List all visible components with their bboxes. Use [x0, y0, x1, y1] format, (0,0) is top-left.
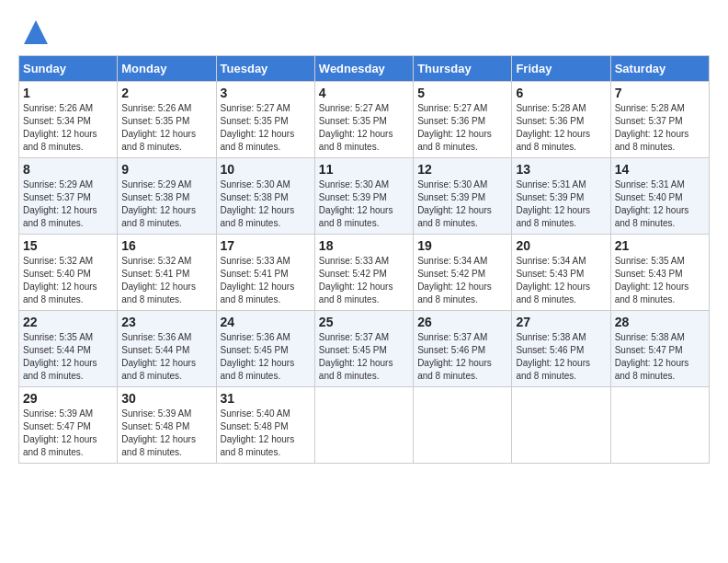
- calendar-day-cell: 11 Sunrise: 5:30 AMSunset: 5:39 PMDaylig…: [314, 158, 413, 235]
- calendar-day-cell: 23 Sunrise: 5:36 AMSunset: 5:44 PMDaylig…: [118, 311, 216, 387]
- day-info: Sunrise: 5:35 AMSunset: 5:44 PMDaylight:…: [23, 332, 97, 381]
- calendar-day-cell: 18 Sunrise: 5:33 AMSunset: 5:42 PMDaylig…: [314, 235, 413, 311]
- calendar-day-cell: 21 Sunrise: 5:35 AMSunset: 5:43 PMDaylig…: [610, 235, 709, 311]
- day-info: Sunrise: 5:30 AMSunset: 5:38 PMDaylight:…: [221, 179, 295, 228]
- calendar-day-cell: 19 Sunrise: 5:34 AMSunset: 5:42 PMDaylig…: [414, 235, 512, 311]
- calendar-day-cell: 17 Sunrise: 5:33 AMSunset: 5:41 PMDaylig…: [216, 235, 314, 311]
- day-number: 25: [319, 315, 409, 329]
- calendar-week-row: 15 Sunrise: 5:32 AMSunset: 5:40 PMDaylig…: [19, 235, 710, 311]
- day-info: Sunrise: 5:30 AMSunset: 5:39 PMDaylight:…: [417, 179, 492, 228]
- day-info: Sunrise: 5:35 AMSunset: 5:43 PMDaylight:…: [615, 256, 689, 304]
- calendar-day-cell: 14 Sunrise: 5:31 AMSunset: 5:40 PMDaylig…: [610, 158, 709, 235]
- day-of-week-header: Saturday: [610, 56, 709, 82]
- calendar-day-cell: 6 Sunrise: 5:28 AMSunset: 5:36 PMDayligh…: [512, 82, 610, 158]
- day-info: Sunrise: 5:37 AMSunset: 5:46 PMDaylight:…: [417, 332, 492, 381]
- calendar-day-cell: 3 Sunrise: 5:27 AMSunset: 5:35 PMDayligh…: [216, 82, 314, 158]
- day-info: Sunrise: 5:27 AMSunset: 5:36 PMDaylight:…: [417, 103, 492, 152]
- calendar-day-cell: [414, 387, 512, 464]
- calendar-day-cell: 15 Sunrise: 5:32 AMSunset: 5:40 PMDaylig…: [19, 235, 118, 311]
- day-info: Sunrise: 5:36 AMSunset: 5:44 PMDaylight:…: [121, 332, 196, 381]
- day-number: 27: [516, 315, 606, 329]
- day-info: Sunrise: 5:34 AMSunset: 5:43 PMDaylight:…: [516, 256, 590, 304]
- day-info: Sunrise: 5:28 AMSunset: 5:37 PMDaylight:…: [615, 103, 689, 152]
- day-number: 20: [516, 238, 606, 253]
- day-number: 2: [121, 86, 211, 100]
- logo-icon: [22, 18, 50, 46]
- day-info: Sunrise: 5:26 AMSunset: 5:34 PMDaylight:…: [23, 103, 97, 152]
- day-number: 5: [417, 86, 507, 100]
- day-number: 1: [23, 86, 113, 100]
- calendar-day-cell: [610, 387, 709, 464]
- day-number: 11: [319, 162, 409, 177]
- calendar-day-cell: 8 Sunrise: 5:29 AMSunset: 5:37 PMDayligh…: [19, 158, 118, 235]
- day-info: Sunrise: 5:31 AMSunset: 5:40 PMDaylight:…: [615, 179, 689, 228]
- day-info: Sunrise: 5:38 AMSunset: 5:47 PMDaylight:…: [615, 332, 689, 381]
- calendar-day-cell: 25 Sunrise: 5:37 AMSunset: 5:45 PMDaylig…: [314, 311, 413, 387]
- day-info: Sunrise: 5:34 AMSunset: 5:42 PMDaylight:…: [417, 256, 492, 304]
- calendar-day-cell: 30 Sunrise: 5:39 AMSunset: 5:48 PMDaylig…: [118, 387, 216, 464]
- day-number: 29: [23, 391, 113, 406]
- day-info: Sunrise: 5:28 AMSunset: 5:36 PMDaylight:…: [516, 103, 590, 152]
- calendar-day-cell: 13 Sunrise: 5:31 AMSunset: 5:39 PMDaylig…: [512, 158, 610, 235]
- day-number: 21: [615, 238, 705, 253]
- day-info: Sunrise: 5:30 AMSunset: 5:39 PMDaylight:…: [319, 179, 393, 228]
- calendar-day-cell: 26 Sunrise: 5:37 AMSunset: 5:46 PMDaylig…: [414, 311, 512, 387]
- day-number: 6: [516, 86, 606, 100]
- calendar-day-cell: 24 Sunrise: 5:36 AMSunset: 5:45 PMDaylig…: [216, 311, 314, 387]
- day-number: 16: [121, 238, 211, 253]
- calendar-day-cell: 27 Sunrise: 5:38 AMSunset: 5:46 PMDaylig…: [512, 311, 610, 387]
- day-number: 4: [319, 86, 409, 100]
- calendar-day-cell: [314, 387, 413, 464]
- day-number: 14: [615, 162, 705, 177]
- calendar-day-cell: 28 Sunrise: 5:38 AMSunset: 5:47 PMDaylig…: [610, 311, 709, 387]
- calendar-week-row: 22 Sunrise: 5:35 AMSunset: 5:44 PMDaylig…: [19, 311, 710, 387]
- calendar-day-cell: [512, 387, 610, 464]
- day-info: Sunrise: 5:40 AMSunset: 5:48 PMDaylight:…: [221, 408, 295, 457]
- day-info: Sunrise: 5:29 AMSunset: 5:37 PMDaylight:…: [23, 179, 97, 228]
- calendar-day-cell: 4 Sunrise: 5:27 AMSunset: 5:35 PMDayligh…: [314, 82, 413, 158]
- day-info: Sunrise: 5:27 AMSunset: 5:35 PMDaylight:…: [319, 103, 393, 152]
- day-of-week-header: Thursday: [414, 56, 512, 82]
- day-number: 23: [121, 315, 211, 329]
- calendar-day-cell: 22 Sunrise: 5:35 AMSunset: 5:44 PMDaylig…: [19, 311, 118, 387]
- day-number: 17: [221, 238, 311, 253]
- day-info: Sunrise: 5:39 AMSunset: 5:47 PMDaylight:…: [23, 408, 97, 457]
- day-number: 31: [221, 391, 311, 406]
- day-number: 9: [121, 162, 211, 177]
- calendar-day-cell: 2 Sunrise: 5:26 AMSunset: 5:35 PMDayligh…: [118, 82, 216, 158]
- day-number: 10: [221, 162, 311, 177]
- day-info: Sunrise: 5:31 AMSunset: 5:39 PMDaylight:…: [516, 179, 590, 228]
- calendar-day-cell: 10 Sunrise: 5:30 AMSunset: 5:38 PMDaylig…: [216, 158, 314, 235]
- day-info: Sunrise: 5:33 AMSunset: 5:41 PMDaylight:…: [221, 256, 295, 304]
- calendar-day-cell: 31 Sunrise: 5:40 AMSunset: 5:48 PMDaylig…: [216, 387, 314, 464]
- calendar-week-row: 8 Sunrise: 5:29 AMSunset: 5:37 PMDayligh…: [19, 158, 710, 235]
- calendar-day-cell: 1 Sunrise: 5:26 AMSunset: 5:34 PMDayligh…: [19, 82, 118, 158]
- day-number: 7: [615, 86, 705, 100]
- calendar-week-row: 29 Sunrise: 5:39 AMSunset: 5:47 PMDaylig…: [19, 387, 710, 464]
- day-number: 13: [516, 162, 606, 177]
- day-number: 18: [319, 238, 409, 253]
- calendar-day-cell: 20 Sunrise: 5:34 AMSunset: 5:43 PMDaylig…: [512, 235, 610, 311]
- day-number: 24: [221, 315, 311, 329]
- calendar-header-row: SundayMondayTuesdayWednesdayThursdayFrid…: [19, 56, 710, 82]
- day-number: 3: [221, 86, 311, 100]
- day-info: Sunrise: 5:37 AMSunset: 5:45 PMDaylight:…: [319, 332, 393, 381]
- day-info: Sunrise: 5:39 AMSunset: 5:48 PMDaylight:…: [121, 408, 196, 457]
- day-info: Sunrise: 5:33 AMSunset: 5:42 PMDaylight:…: [319, 256, 393, 304]
- day-info: Sunrise: 5:36 AMSunset: 5:45 PMDaylight:…: [221, 332, 295, 381]
- calendar-day-cell: 5 Sunrise: 5:27 AMSunset: 5:36 PMDayligh…: [414, 82, 512, 158]
- day-info: Sunrise: 5:32 AMSunset: 5:41 PMDaylight:…: [121, 256, 196, 304]
- day-number: 15: [23, 238, 113, 253]
- day-info: Sunrise: 5:29 AMSunset: 5:38 PMDaylight:…: [121, 179, 196, 228]
- day-number: 19: [417, 238, 507, 253]
- calendar-day-cell: 29 Sunrise: 5:39 AMSunset: 5:47 PMDaylig…: [19, 387, 118, 464]
- day-number: 22: [23, 315, 113, 329]
- day-of-week-header: Friday: [512, 56, 610, 82]
- calendar-week-row: 1 Sunrise: 5:26 AMSunset: 5:34 PMDayligh…: [19, 82, 710, 158]
- day-number: 30: [121, 391, 211, 406]
- calendar-day-cell: 7 Sunrise: 5:28 AMSunset: 5:37 PMDayligh…: [610, 82, 709, 158]
- day-info: Sunrise: 5:26 AMSunset: 5:35 PMDaylight:…: [121, 103, 196, 152]
- calendar-day-cell: 12 Sunrise: 5:30 AMSunset: 5:39 PMDaylig…: [414, 158, 512, 235]
- day-of-week-header: Sunday: [19, 56, 118, 82]
- svg-marker-0: [24, 20, 48, 44]
